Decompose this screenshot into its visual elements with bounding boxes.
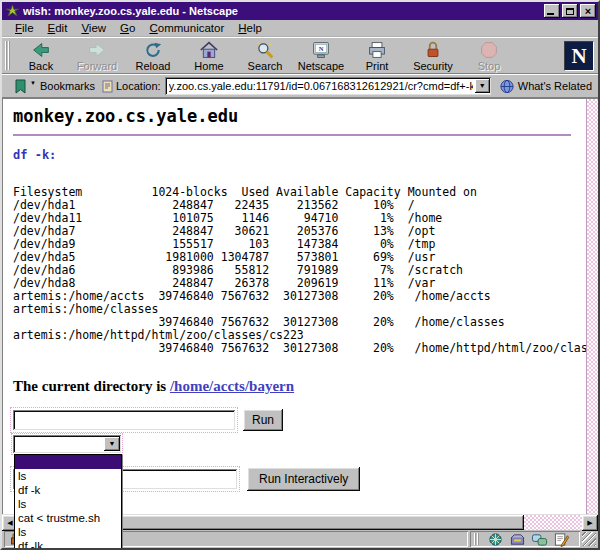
combobox-dropdown-arrow-icon[interactable]: ▼ — [104, 437, 120, 451]
menu-go[interactable]: Go — [113, 21, 142, 35]
forward-button[interactable]: Forward — [69, 39, 125, 72]
dropdown-option[interactable]: ls — [15, 525, 121, 539]
navigator-icon[interactable] — [487, 532, 504, 547]
menu-view[interactable]: View — [74, 21, 113, 35]
bookmarks-button[interactable]: ▼ Bookmarks — [13, 79, 95, 94]
command-label: df -k: — [13, 148, 586, 162]
close-button[interactable]: × — [580, 4, 596, 18]
whats-related-globe-icon — [499, 79, 515, 94]
dropdown-option[interactable]: df -lk — [15, 539, 121, 550]
menu-communicator[interactable]: Communicator — [142, 21, 231, 35]
location-toolbar: ▼ Bookmarks Location: ▼ What's Related — [2, 74, 598, 99]
netscape-button[interactable]: N Netscape — [293, 39, 349, 72]
search-icon — [255, 41, 275, 59]
current-directory-link[interactable]: /home/accts/bayern — [170, 378, 294, 394]
navigation-toolbar: Back Forward Reload — [2, 37, 598, 74]
netscape-logo[interactable]: N — [564, 41, 594, 71]
mailbox-icon[interactable] — [509, 532, 526, 547]
menu-help[interactable]: Help — [231, 21, 269, 35]
location-label: Location: — [116, 80, 161, 92]
history-dropdown-list: ls df -k ls cat < trustme.sh ls df -lk — [14, 454, 122, 550]
menu-file[interactable]: File — [8, 21, 41, 35]
page-content: monkey.zoo.cs.yale.edu df -k: Filesystem… — [2, 99, 586, 514]
window-title: wish: monkey.zoo.cs.yale.edu - Netscape — [23, 5, 542, 17]
security-button[interactable]: Security — [405, 39, 461, 72]
netscape-window: wish: monkey.zoo.cs.yale.edu - Netscape … — [0, 0, 600, 550]
dropdown-option[interactable]: ls — [15, 497, 121, 511]
url-history-dropdown-button[interactable]: ▼ — [475, 79, 490, 93]
whats-related-button[interactable]: What's Related — [499, 79, 592, 94]
resize-grip[interactable] — [582, 532, 596, 546]
horizontal-rule — [13, 134, 571, 136]
stop-button[interactable]: Stop — [461, 39, 517, 72]
back-button[interactable]: Back — [13, 39, 69, 72]
search-button[interactable]: Search — [237, 39, 293, 72]
home-button[interactable]: Home — [181, 39, 237, 72]
back-arrow-icon — [31, 41, 51, 59]
dropdown-option-blank[interactable] — [15, 455, 121, 469]
netscape-monitor-icon: N — [311, 41, 331, 59]
command-input[interactable] — [13, 410, 235, 430]
maximize-button[interactable] — [562, 4, 578, 18]
current-directory-prefix: The current directory is — [13, 378, 170, 394]
browser-viewport: monkey.zoo.cs.yale.edu df -k: Filesystem… — [2, 99, 598, 514]
reload-button[interactable]: Reload — [125, 39, 181, 72]
scrollbar-track[interactable] — [524, 515, 582, 530]
forward-arrow-icon — [87, 41, 107, 59]
url-input[interactable] — [165, 80, 475, 92]
dropdown-option[interactable]: ls — [15, 469, 121, 483]
vertical-scrollbar[interactable] — [586, 99, 598, 514]
command-form-row: Run — [13, 409, 586, 431]
minimize-button[interactable] — [544, 4, 560, 18]
reload-icon — [143, 41, 163, 59]
dropdown-option[interactable]: df -k — [15, 483, 121, 497]
df-output: Filesystem 1024-blocks Used Available Ca… — [13, 186, 586, 355]
component-bar-grip[interactable] — [474, 533, 479, 545]
security-padlock-icon — [423, 41, 443, 59]
url-field-frame: ▼ — [165, 77, 491, 95]
bookmark-quickfile-arrow-icon: ▼ — [30, 80, 36, 86]
discussions-icon[interactable] — [531, 532, 548, 547]
page-heading: monkey.zoo.cs.yale.edu — [13, 106, 586, 126]
menu-bar: File Edit View Go Communicator Help — [2, 20, 598, 37]
menu-edit[interactable]: Edit — [41, 21, 75, 35]
scroll-right-arrow[interactable]: ▶ — [582, 515, 598, 531]
toolbar-grip[interactable] — [5, 41, 10, 70]
bookmark-icon — [13, 79, 29, 94]
dropdown-option[interactable]: cat < trustme.sh — [15, 511, 121, 525]
history-combobox[interactable]: ▼ — [13, 435, 121, 453]
window-icon — [5, 4, 20, 18]
stop-icon — [479, 41, 499, 59]
home-icon — [199, 41, 219, 59]
printer-icon — [367, 41, 387, 59]
run-interactively-button[interactable]: Run Interactively — [247, 467, 360, 491]
run-button[interactable]: Run — [243, 409, 283, 431]
composer-icon[interactable] — [553, 532, 570, 547]
title-bar: wish: monkey.zoo.cs.yale.edu - Netscape … — [2, 2, 598, 20]
component-bar — [470, 531, 580, 547]
location-page-icon[interactable] — [101, 80, 114, 93]
print-button[interactable]: Print — [349, 39, 405, 72]
current-directory-line: The current directory is /home/accts/bay… — [13, 377, 586, 395]
svg-text:N: N — [319, 45, 324, 52]
